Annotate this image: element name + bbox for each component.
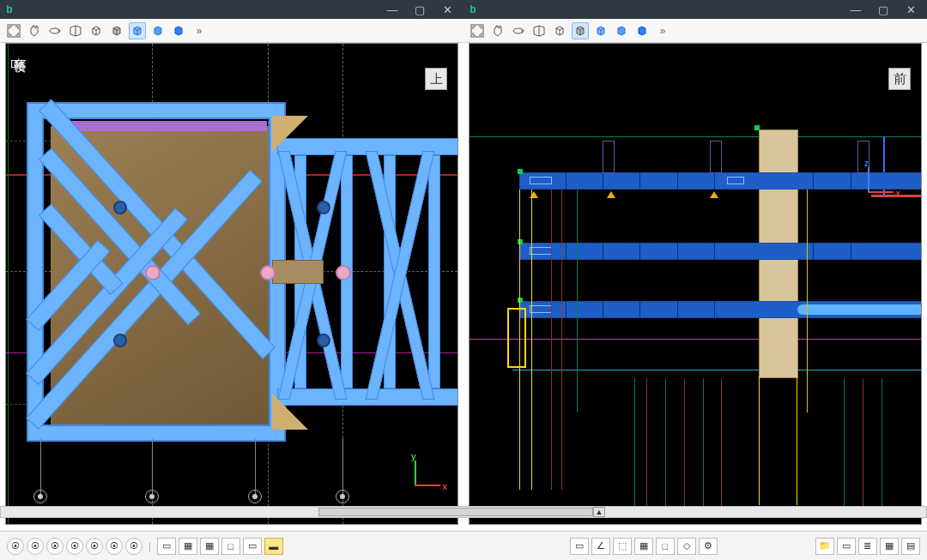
cube-blue-icon[interactable]: [633, 22, 651, 39]
horizontal-scrollbar[interactable]: ▲: [0, 506, 927, 518]
pile-green: [577, 190, 578, 412]
green-node: [518, 169, 523, 174]
scroll-arrow-icon[interactable]: ▲: [593, 507, 605, 517]
corner-fillet: [272, 116, 308, 152]
vertical-label: 车站设 DK: [10, 48, 28, 70]
close-button[interactable]: ✕: [434, 1, 460, 18]
cube-blue-icon[interactable]: [170, 22, 187, 39]
toolbar-more-icon[interactable]: »: [654, 22, 671, 39]
deck-seg: [727, 177, 744, 184]
deck-div: [566, 301, 566, 318]
round-button[interactable]: ⦿: [86, 538, 103, 555]
snap-diamond-button[interactable]: ◇: [677, 538, 696, 555]
deck-seg: [530, 247, 552, 255]
pile-yellow: [531, 190, 532, 490]
highlight-button[interactable]: ▬: [264, 538, 283, 555]
section-icon[interactable]: [67, 22, 84, 39]
vertical-label-en: DK: [10, 58, 28, 70]
section-icon[interactable]: [530, 22, 548, 39]
grid-icon[interactable]: ▦: [880, 538, 899, 555]
pile-green: [844, 378, 845, 507]
pile-red: [721, 378, 722, 507]
maximize-button[interactable]: ▢: [407, 1, 433, 18]
snap-angle-button[interactable]: ∠: [591, 538, 610, 555]
round-button[interactable]: ⦿: [66, 538, 83, 555]
rect-icon[interactable]: ▭: [837, 538, 856, 555]
col-short: [603, 141, 615, 173]
footer-right-cluster: 📁 ▭ ≣ ▦ ▤: [815, 538, 920, 555]
pile-yellow: [797, 376, 797, 505]
folder-icon[interactable]: 📁: [815, 538, 834, 555]
grid-button[interactable]: ▦: [179, 538, 197, 555]
deck-div: [677, 172, 678, 190]
rows-icon[interactable]: ▤: [901, 538, 920, 555]
pink-node: [260, 265, 276, 280]
grid-button[interactable]: ▦: [200, 538, 219, 555]
blue-node: [113, 334, 127, 347]
line-green: [470, 136, 921, 137]
minimize-button[interactable]: —: [379, 1, 405, 18]
deck-div: [714, 243, 715, 260]
snap-box-button[interactable]: □: [656, 538, 675, 555]
settings-gear-icon[interactable]: ⚙: [699, 538, 718, 555]
view-direction-button[interactable]: 前: [888, 68, 911, 90]
fit-view-icon[interactable]: [5, 22, 22, 39]
list-icon[interactable]: ≣: [858, 538, 877, 555]
green-node: [518, 239, 523, 244]
minimize-button[interactable]: —: [843, 1, 869, 18]
deck-div: [603, 243, 603, 260]
cube-solid-icon[interactable]: [149, 22, 167, 39]
viewport-left[interactable]: 车站设 DK 上: [5, 43, 458, 525]
window-right: b — ▢ ✕ » 前: [464, 0, 927, 530]
round-button[interactable]: ⦿: [46, 538, 64, 555]
pile-green: [634, 378, 635, 507]
pile-red: [551, 190, 552, 490]
deck-div: [566, 243, 566, 260]
display-mode-button[interactable]: ▭: [157, 538, 176, 555]
cube-shaded-icon[interactable]: [572, 22, 589, 39]
pile-green: [703, 378, 704, 507]
status-bar: ⦿ ⦿ ⦿ ⦿ ⦿ ⦿ ⦿ | ▭ ▦ ▦ □ ▭ ▬ ▭ ∠ ⬚ ▦ □ ◇ …: [0, 531, 927, 560]
outline-button[interactable]: ▭: [243, 538, 262, 555]
deck-div: [813, 172, 814, 190]
cube-wire-icon[interactable]: [551, 22, 568, 39]
deck-div: [851, 243, 851, 260]
view-direction-button[interactable]: 上: [425, 68, 447, 90]
titlebar-left[interactable]: b — ▢ ✕: [0, 0, 464, 19]
cube-wire-icon[interactable]: [88, 22, 105, 39]
deck-div: [639, 243, 640, 260]
titlebar-right[interactable]: b — ▢ ✕: [464, 0, 927, 19]
cube-shaded-icon[interactable]: [108, 22, 125, 39]
round-button[interactable]: ⦿: [27, 538, 44, 555]
footer-left-cluster: ⦿ ⦿ ⦿ ⦿ ⦿ ⦿ ⦿ | ▭ ▦ ▦ □ ▭ ▬: [7, 538, 283, 555]
toolbar-more-icon[interactable]: »: [191, 22, 208, 39]
cube-iso-icon[interactable]: [129, 22, 146, 39]
pile-red: [561, 190, 562, 490]
orbit-icon[interactable]: [510, 22, 527, 39]
round-button[interactable]: ⦿: [7, 538, 24, 555]
scroll-thumb[interactable]: [318, 508, 593, 516]
pan-icon[interactable]: [26, 22, 43, 39]
round-button[interactable]: ⦿: [125, 538, 142, 555]
pan-icon[interactable]: [489, 22, 506, 39]
axis-gizmo[interactable]: z x: [859, 164, 895, 200]
deck-div: [639, 301, 640, 318]
outline-button[interactable]: □: [221, 538, 240, 555]
axis-y-line: [8, 44, 9, 524]
fit-view-icon[interactable]: [469, 22, 486, 39]
viewport-right[interactable]: 前: [469, 43, 922, 525]
green-node: [754, 125, 760, 130]
snap-grid-button[interactable]: ⬚: [613, 538, 632, 555]
window-controls: — ▢ ✕: [843, 1, 924, 18]
cube-solid-icon[interactable]: [613, 22, 630, 39]
blue-node: [113, 201, 127, 214]
cube-iso-icon[interactable]: [592, 22, 609, 39]
blue-pipe: [797, 304, 922, 315]
snap-grid2-button[interactable]: ▦: [634, 538, 653, 555]
close-button[interactable]: ✕: [898, 1, 924, 18]
snap-rect-button[interactable]: ▭: [570, 538, 589, 555]
axis-gizmo[interactable]: y x: [406, 457, 442, 493]
round-button[interactable]: ⦿: [106, 538, 123, 555]
orbit-icon[interactable]: [46, 22, 64, 39]
maximize-button[interactable]: ▢: [870, 1, 896, 18]
